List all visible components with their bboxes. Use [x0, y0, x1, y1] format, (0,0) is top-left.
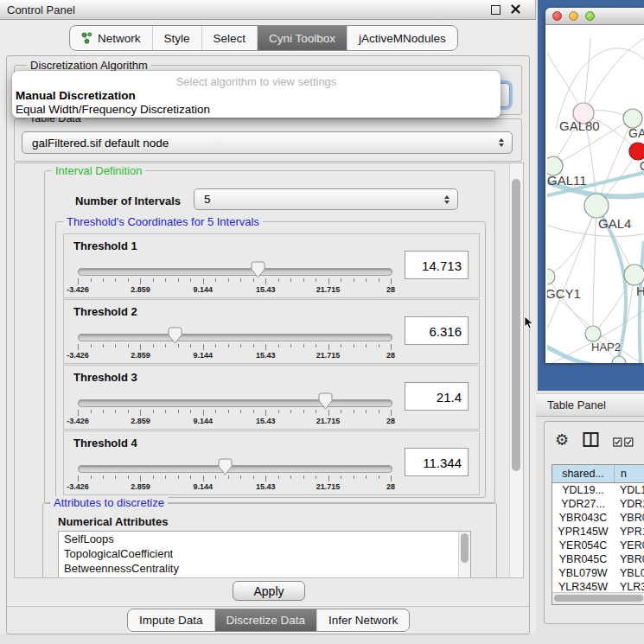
tab-style[interactable]: Style	[152, 26, 201, 50]
attribute-list-item[interactable]: SelfLoops	[59, 532, 470, 546]
close-icon[interactable]	[511, 4, 520, 14]
zoom-traffic-light-icon[interactable]	[585, 11, 595, 21]
network-node[interactable]	[623, 109, 642, 128]
slider-tick	[278, 344, 279, 348]
tab-network[interactable]: Network	[70, 26, 152, 50]
tab-jactivemnodules[interactable]: jActiveMNodules	[347, 26, 457, 50]
slider-tick	[328, 278, 329, 284]
slider-tick-label: -3.426	[67, 417, 89, 425]
control-panel-titlebar: Control Panel	[0, 0, 536, 20]
close-traffic-light-icon[interactable]	[552, 11, 562, 21]
threshold-value-field[interactable]: 6.316	[405, 316, 469, 345]
slider-handle[interactable]	[251, 261, 265, 278]
slider-tick	[366, 344, 367, 348]
cell-name: YDL1	[614, 483, 644, 497]
threshold-panel: Threshold 2-3.4262.8599.14415.4321.71528…	[63, 299, 480, 364]
slider-handle[interactable]	[318, 392, 333, 410]
table-row[interactable]: YBR045CYBR0	[552, 552, 644, 566]
cell-name: YDR2	[614, 497, 644, 511]
network-node[interactable]	[584, 194, 609, 218]
gear-icon[interactable]: ⚙	[555, 430, 569, 449]
table-data-combobox[interactable]: galFiltered.sif default node	[22, 131, 513, 154]
slider-tick-label: 15.43	[256, 417, 276, 425]
network-node[interactable]	[624, 265, 644, 285]
slider-handle[interactable]	[168, 327, 182, 344]
tab-impute-data[interactable]: Impute Data	[128, 609, 214, 631]
number-of-intervals-combobox[interactable]: 5	[194, 188, 458, 210]
slider-track[interactable]	[78, 334, 392, 341]
slider-tick	[265, 410, 266, 416]
interval-definition-title: Interval Definition	[52, 164, 145, 177]
attribute-list-item[interactable]: BetweennessCentrality	[59, 561, 470, 576]
slider-handle[interactable]	[218, 458, 233, 475]
tab-discretize-data[interactable]: Discretize Data	[214, 609, 317, 631]
table-row[interactable]: YER054CYER0	[552, 539, 644, 552]
table-panel-title: Table Panel	[547, 399, 606, 411]
slider-tick	[190, 410, 191, 413]
network-node[interactable]	[547, 269, 555, 284]
network-canvas[interactable]: GAL80GACGAL11GAL4GCY1HHAP2	[547, 25, 644, 363]
column-header-shared-name[interactable]: shared...	[552, 465, 615, 482]
slider-tick	[341, 410, 341, 413]
slider-tick	[128, 278, 129, 282]
cyni-mode-tabbar: Impute DataDiscretize DataInfer Network	[127, 609, 410, 632]
algorithm-option[interactable]: Manual Discretization	[12, 89, 501, 103]
float-window-icon[interactable]	[491, 5, 501, 15]
network-node[interactable]	[585, 326, 601, 341]
tab-select[interactable]: Select	[201, 26, 258, 50]
slider-track[interactable]	[78, 465, 392, 473]
slider-tick	[240, 410, 241, 413]
table-horizontal-scrollbar[interactable]	[552, 592, 644, 604]
attribute-list-item[interactable]: TopologicalCoefficient	[59, 546, 470, 561]
split-columns-icon[interactable]	[583, 431, 599, 448]
slider-tick-label: 21.715	[316, 351, 341, 360]
tab-cyni-toolbox[interactable]: Cyni Toolbox	[257, 26, 347, 50]
slider-tick-label: -3.426	[67, 351, 89, 360]
algorithm-option[interactable]: Equal Width/Frequency Discretization	[12, 103, 501, 117]
minimize-traffic-light-icon[interactable]	[569, 11, 578, 21]
slider-tick-label: 21.715	[316, 417, 341, 425]
numerical-attributes-list[interactable]: SelfLoopsTopologicalCoefficientBetweenne…	[58, 531, 471, 578]
threshold-value-field[interactable]: 14.713	[405, 251, 469, 279]
column-header-name[interactable]: n	[615, 465, 644, 482]
tab-infer-network[interactable]: Infer Network	[316, 609, 409, 631]
table-row[interactable]: YBL079WYBL0	[552, 566, 644, 580]
threshold-value-field[interactable]: 11.344	[405, 448, 469, 476]
slider-tick	[178, 278, 179, 282]
cell-shared-name: YDL19...	[552, 483, 614, 497]
slider-tick	[103, 475, 104, 479]
slider-tick	[128, 344, 129, 348]
slider-tick-label: 9.144	[194, 417, 214, 425]
slider-tick	[278, 410, 279, 413]
table-row[interactable]: YBR043CYBR0	[552, 511, 644, 525]
slider-tick-label: -3.426	[67, 482, 89, 491]
table-header-row[interactable]: shared...n	[552, 465, 644, 483]
slider-tick	[140, 278, 141, 284]
panel-divider	[7, 606, 529, 607]
cyni-toolbox-panel: Discretization Algorithm Select algorith…	[6, 55, 530, 634]
slider-tick	[379, 475, 379, 479]
slider-tick-label: 28	[386, 351, 395, 360]
number-of-intervals-value: 5	[204, 193, 211, 206]
threshold-value-field[interactable]: 21.4	[405, 382, 469, 411]
tab-label: Style	[164, 32, 190, 45]
slider-tick	[178, 344, 179, 348]
network-node-label: HAP2	[591, 341, 621, 354]
network-node[interactable]	[629, 143, 644, 160]
slider-track[interactable]	[78, 268, 392, 276]
slider-tick	[303, 475, 304, 479]
node-attribute-table[interactable]: shared...n YDL19...YDL1YDR27...YDR2YBR04…	[552, 464, 644, 605]
slider-tick-label: 28	[386, 285, 395, 294]
slider-track[interactable]	[78, 399, 392, 407]
apply-button[interactable]: Apply	[233, 581, 305, 601]
list-scrollbar[interactable]	[458, 532, 470, 578]
table-row[interactable]: YDR27...YDR2	[552, 497, 644, 511]
checkboxes-icon[interactable]	[613, 437, 634, 447]
table-row[interactable]: YDL19...YDL1	[552, 483, 644, 497]
settings-scrollbar[interactable]	[509, 163, 523, 577]
table-row[interactable]: YPR145WYPR1	[552, 525, 644, 539]
control-panel-tabbar: NetworkStyleSelectCyni ToolboxjActiveMNo…	[69, 25, 458, 51]
slider-tick	[240, 344, 241, 348]
attributes-group-title: Attributes to discretize	[50, 496, 168, 509]
slider-tick	[91, 344, 92, 348]
